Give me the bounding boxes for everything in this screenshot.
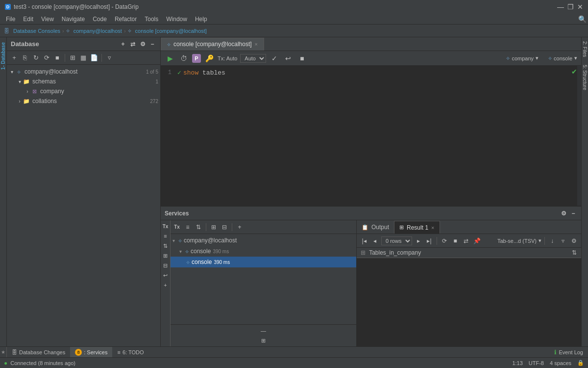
favorites-icon[interactable]: ★ [1,349,5,355]
menu-navigate[interactable]: Navigate [58,15,89,24]
menu-help[interactable]: Help [191,15,211,24]
services-icon-2[interactable]: ⊟ [162,262,170,269]
services-tree-icon[interactable]: ⊟ [220,223,229,232]
next-page-button[interactable]: ▸ [414,237,423,245]
tree-item-connection[interactable]: ▾ ⟡ company@localhost 1 of 5 [7,67,160,77]
collapse-panel-icon[interactable]: − [148,40,156,48]
tsv-selector[interactable]: Tab-se...d (TSV) ▾ [497,237,541,244]
commit-icon[interactable]: ✓ [269,53,280,64]
services-bottom-icon-1[interactable]: — [260,327,268,335]
prev-page-button[interactable]: ◂ [370,237,379,245]
rows-per-page-select[interactable]: 0 rows [381,237,412,245]
file-icon[interactable]: 📄 [90,53,98,62]
database-tab-label[interactable]: 1- Database [0,39,7,73]
refresh-schema-icon[interactable]: ⟳ [42,53,51,62]
tab-todo[interactable]: ≡ 6: TODO [112,347,148,358]
add-service-icon[interactable]: + [162,281,170,289]
result1-tab-close[interactable]: × [431,225,434,231]
editor-text[interactable]: show tables [183,69,225,77]
last-page-button[interactable]: ▸| [425,237,434,245]
minimize-button[interactable]: — [557,3,564,11]
menu-refactor[interactable]: Refactor [111,15,141,24]
breadcrumb-item-1[interactable]: Database Consoles [13,28,60,34]
tx-vert-icon[interactable]: Tx [162,222,170,230]
schemas-toggle[interactable]: ▾ [17,79,23,84]
explain-icon[interactable]: 🔑 [204,53,215,64]
tree-item-schemas[interactable]: ▾ 📁 schemas 1 [7,77,160,86]
breadcrumb-item-3[interactable]: console [company@localhost] [135,28,207,34]
download-icon[interactable]: ↓ [548,237,557,245]
copy-icon[interactable]: ⎘ [21,53,29,62]
synchronize-icon[interactable]: ⇄ [129,40,137,48]
output-tab[interactable]: 📋 Output [357,221,394,234]
pin-results-icon[interactable]: 📌 [472,237,481,245]
refresh-icon[interactable]: ↻ [31,53,40,62]
tree-item-company[interactable]: › ⊠ company [7,86,160,96]
menu-window[interactable]: Window [162,15,191,24]
menu-file[interactable]: File [2,15,19,24]
tab-database-changes[interactable]: 🗄 Database Changes [7,347,70,358]
maximize-button[interactable]: ❐ [566,3,574,11]
editor-tab-close[interactable]: × [255,41,258,47]
console-icon[interactable]: ▦ [79,53,88,62]
rollback-icon[interactable]: ↩ [283,53,294,64]
column-header-tables[interactable]: ⊞ Tables_in_company ⇅ [357,248,581,258]
event-log-tab[interactable]: ℹ Event Log [549,347,588,358]
profile-button[interactable]: P [192,54,201,63]
stop-icon[interactable]: ■ [53,53,62,62]
add-datasource-icon[interactable]: + [119,40,127,48]
services-grid-icon[interactable]: ⊞ [209,223,218,232]
results-filter-icon[interactable]: ▿ [559,237,567,245]
tx-select[interactable]: Auto [240,54,266,63]
tree-item-collations[interactable]: › 📁 collations 272 [7,96,160,106]
console-context-selector[interactable]: ⟡ console ▾ [548,55,577,61]
encoding-label[interactable]: UTF-8 [529,360,544,366]
services-icon-1[interactable]: ⊞ [162,252,170,260]
services-console-group[interactable]: ▾ ⟡ console 390 ms [171,246,356,257]
table-icon[interactable]: ⊞ [68,53,77,62]
services-bottom-icon-2[interactable]: ⊞ [260,337,268,344]
connection-toggle[interactable]: ▾ [9,69,15,75]
editor-tab-console[interactable]: ⟡ console [company@localhost] × [161,38,264,51]
col-resize-handle[interactable]: ⇅ [572,249,577,256]
db-context-selector[interactable]: ⟡ company ▾ [506,55,539,61]
collations-toggle[interactable]: › [17,99,23,104]
editor-area[interactable]: 1 ✓ show tables ✔ [161,66,581,206]
services-list-icon[interactable]: ≡ [183,223,192,232]
breadcrumb-item-2[interactable]: company@localhost [74,28,122,34]
add-icon[interactable]: + [10,53,19,62]
menu-edit[interactable]: Edit [19,15,37,24]
settings-icon[interactable]: ⚙ [139,40,147,48]
first-page-button[interactable]: |◂ [360,237,368,245]
align-top-icon[interactable]: ≡ [162,232,170,240]
global-search-icon[interactable]: 🔍 [578,15,586,23]
structure-tab[interactable]: 5: Structure [581,61,588,94]
indent-label[interactable]: 4 spaces [550,360,571,366]
tab-services[interactable]: 8 : Services [70,347,112,358]
company-toggle[interactable]: › [24,89,30,94]
stop-results-icon[interactable]: ■ [451,237,460,245]
services-collapse-icon[interactable]: − [569,210,577,217]
stop-query-icon[interactable]: ■ [296,53,307,64]
align-split-icon[interactable]: ⇅ [162,242,170,250]
results-settings-icon[interactable]: ⚙ [569,237,578,245]
run-timer-icon[interactable]: ⏱ [178,53,189,64]
result1-tab[interactable]: ⊞ Result 1 × [394,221,440,234]
services-tx-icon[interactable]: Tx [172,223,181,232]
database-panel-tab[interactable]: 1- Database [0,37,7,346]
services-connection-item[interactable]: ▾ ⟡ company@localhost [171,235,356,246]
services-add-icon[interactable]: + [235,223,244,232]
services-settings-icon[interactable]: ⚙ [560,210,567,217]
undo-icon[interactable]: ↩ [162,271,170,279]
run-button[interactable]: ▶ [165,53,175,64]
menu-tools[interactable]: Tools [141,15,162,24]
sync-results-icon[interactable]: ⇄ [462,237,470,245]
close-button[interactable]: ✕ [576,3,584,11]
services-split2-icon[interactable]: ⇅ [194,223,203,232]
menu-view[interactable]: View [37,15,58,24]
filter-icon[interactable]: ▿ [105,53,114,62]
menu-code[interactable]: Code [89,15,111,24]
services-console-item[interactable]: ⟡ console 390 ms [171,257,356,267]
files-tab[interactable]: 2: Files [581,37,588,61]
reload-results-icon[interactable]: ⟳ [440,237,449,245]
